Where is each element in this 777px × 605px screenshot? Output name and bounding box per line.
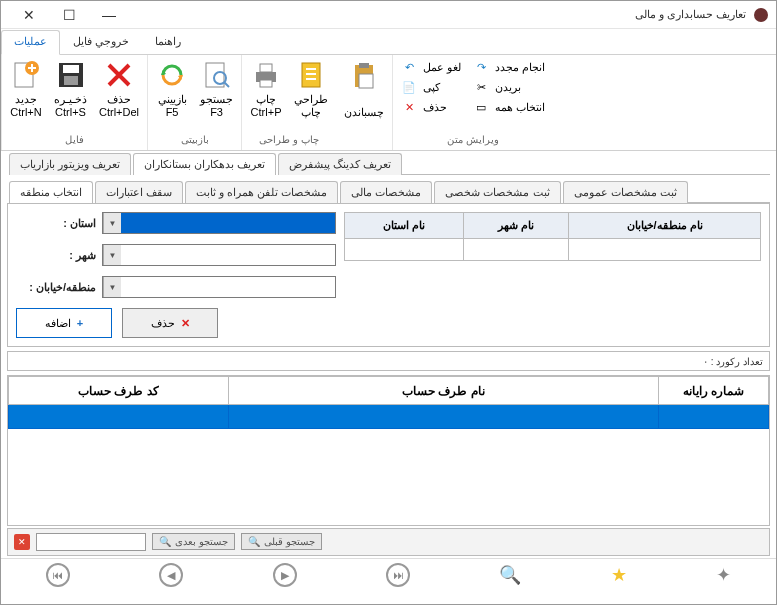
subtab-personal[interactable]: ثبت مشخصات شخصی [434, 181, 560, 203]
ribbon-group-file: جديدCtrl+N ذخـيـرهCtrl+S حذفCtrl+Del فای… [1, 55, 147, 150]
window-title: تعاریف حسابداری و مالی [635, 8, 746, 21]
save-button[interactable]: ذخـيـرهCtrl+S [48, 57, 93, 132]
svg-line-7 [224, 82, 229, 87]
selectall-button[interactable]: ▭انتخاب همه [473, 99, 545, 115]
svg-rect-13 [306, 73, 316, 75]
close-button[interactable]: ✕ [9, 1, 49, 29]
selectall-icon: ▭ [473, 99, 489, 115]
new-icon [10, 59, 42, 91]
sub-tabs: انتخاب منطقه سقف اعتبارات مشخصات تلفن هم… [1, 179, 776, 203]
new-button[interactable]: جديدCtrl+N [4, 57, 48, 132]
print-icon [250, 59, 282, 91]
menu-help[interactable]: راهنما [142, 30, 194, 55]
top-tabs: تعریف ویزیتور بازاریاب تعریف بدهکاران بس… [1, 151, 776, 175]
add-button[interactable]: +اضافه [16, 308, 112, 338]
subtab-region[interactable]: انتخاب منطقه [9, 181, 93, 203]
tab-debtors[interactable]: تعریف بدهکاران بستانکاران [133, 153, 276, 175]
clear-search-button[interactable]: ✕ [14, 534, 30, 550]
redo-icon: ↷ [473, 59, 489, 75]
svg-rect-3 [63, 65, 79, 73]
svg-rect-17 [359, 74, 373, 88]
menu-export[interactable]: خروجي فايل [60, 30, 142, 55]
redo-button[interactable]: ↷انجام مجدد [473, 59, 545, 75]
nav-prev[interactable]: ◀ [159, 563, 183, 587]
chevron-down-icon: ▼ [103, 245, 121, 265]
col-region-name[interactable]: نام منطقه/خیابان [569, 213, 761, 239]
svg-rect-12 [306, 68, 316, 70]
subtab-phone[interactable]: مشخصات تلفن همراه و ثابت [185, 181, 338, 203]
search-icon: 🔍 [159, 536, 171, 547]
search-button[interactable]: جستجوF3 [194, 57, 239, 132]
col-account-name[interactable]: نام طرف حساب [229, 377, 659, 405]
search-input[interactable] [36, 533, 146, 551]
delete-button[interactable]: حذفCtrl+Del [93, 57, 145, 132]
chevron-down-icon: ▼ [103, 213, 121, 233]
table-row[interactable] [345, 239, 761, 261]
svg-rect-10 [260, 80, 272, 87]
combo-city[interactable]: ▼ [102, 244, 336, 266]
label-region: منطقه/خیابان : [16, 281, 96, 294]
titlebar: تعاریف حسابداری و مالی — ☐ ✕ [1, 1, 776, 29]
paste-button[interactable]: چسباندن [338, 57, 390, 132]
combo-province[interactable]: ▼ [102, 212, 336, 234]
save-icon [55, 59, 87, 91]
print-button[interactable]: چاپCtrl+P [244, 57, 288, 132]
ribbon-group-print: چاپCtrl+P طراحيچاپ چاپ و طراحی [241, 55, 336, 150]
star-icon[interactable]: ★ [611, 564, 627, 586]
design-icon [295, 59, 327, 91]
label-province: استان : [16, 217, 96, 230]
refresh-button[interactable]: بازيينيF5 [150, 57, 194, 132]
navbar: ⏮ ◀ ▶ ⏭ 🔍 ★ ✦ [1, 558, 776, 592]
subtab-financial[interactable]: مشخصات مالی [340, 181, 432, 203]
search-next-button[interactable]: 🔍جستجو بعدی [152, 533, 235, 550]
x-icon: ✕ [181, 317, 190, 330]
minimize-button[interactable]: — [89, 1, 129, 29]
nav-first[interactable]: ⏮ [46, 563, 70, 587]
region-table: نام منطقه/خیابان نام شهر نام استان [344, 212, 761, 261]
search-icon [201, 59, 233, 91]
col-province-name[interactable]: نام استان [345, 213, 464, 239]
del-icon: ✕ [401, 99, 417, 115]
nav-next[interactable]: ▶ [273, 563, 297, 587]
record-count: تعداد رکورد : ٠ [7, 351, 770, 371]
paste-icon [348, 59, 380, 91]
search-prev-button[interactable]: 🔍جستجو قبلی [241, 533, 322, 550]
undo-button[interactable]: ↶لغو عمل [401, 59, 461, 75]
ribbon-group-review: بازيينيF5 جستجوF3 بازبیتی [147, 55, 241, 150]
tab-visitor[interactable]: تعریف ویزیتور بازاریاب [9, 153, 131, 175]
col-city-name[interactable]: نام شهر [463, 213, 569, 239]
design-print-button[interactable]: طراحيچاپ [288, 57, 334, 132]
subtab-credit[interactable]: سقف اعتبارات [95, 181, 183, 203]
svg-rect-4 [64, 76, 78, 85]
ribbon-group-paste: چسباندن [336, 55, 392, 150]
menu-operations[interactable]: عملیات [1, 30, 60, 55]
app-icon [754, 8, 768, 22]
ribbon-group-edit: ↶لغو عمل 📄کپی ✕حذف ↷انجام مجدد ✂بریدن ▭ا… [392, 55, 553, 150]
search-bar: ✕ 🔍جستجو بعدی 🔍جستجو قبلی [7, 528, 770, 556]
copy-button[interactable]: 📄کپی [401, 79, 461, 95]
remove-button[interactable]: ✕حذف [122, 308, 218, 338]
maximize-button[interactable]: ☐ [49, 1, 89, 29]
svg-rect-14 [306, 78, 316, 80]
nav-last[interactable]: ⏭ [386, 563, 410, 587]
col-account-code[interactable]: کد طرف حساب [9, 377, 229, 405]
copy-icon: 📄 [401, 79, 417, 95]
label-city: شهر : [16, 249, 96, 262]
del-button[interactable]: ✕حذف [401, 99, 461, 115]
undo-icon: ↶ [401, 59, 417, 75]
refresh-icon [156, 59, 188, 91]
combo-region[interactable]: ▼ [102, 276, 336, 298]
tab-content: استان : ▼ شهر : ▼ منطقه/خیابان : ▼ +اضاف… [7, 203, 770, 347]
subtab-general[interactable]: ثبت مشخصات عمومی [563, 181, 688, 203]
plus-icon: + [77, 317, 83, 329]
gear-icon[interactable]: ✦ [716, 564, 731, 586]
magnify-icon[interactable]: 🔍 [499, 564, 521, 586]
chevron-down-icon: ▼ [103, 277, 121, 297]
cut-button[interactable]: ✂بریدن [473, 79, 545, 95]
menubar: عملیات خروجي فايل راهنما [1, 29, 776, 55]
search-icon: 🔍 [248, 536, 260, 547]
svg-rect-16 [359, 63, 369, 68]
table-row[interactable] [9, 405, 769, 429]
tab-coding[interactable]: تعریف کدینگ پیشفرض [278, 153, 402, 175]
col-computer-no[interactable]: شماره رایانه [659, 377, 769, 405]
